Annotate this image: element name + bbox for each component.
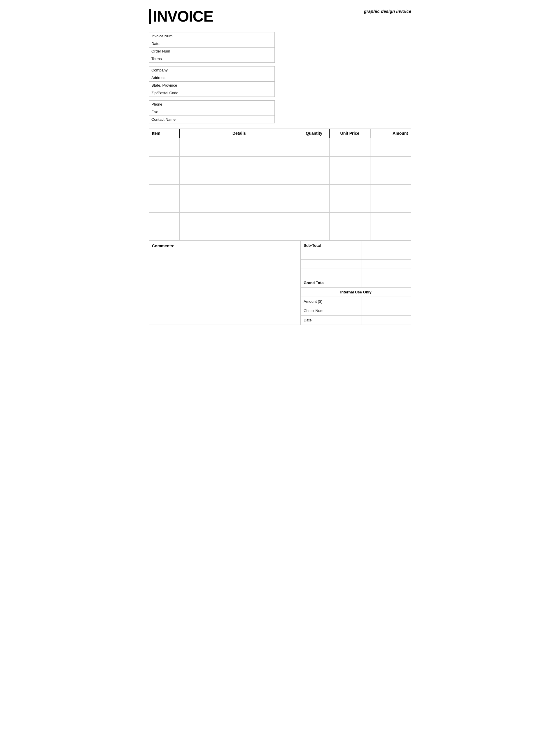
info-value[interactable]: [187, 82, 275, 89]
internal-value[interactable]: [361, 306, 411, 316]
details-cell[interactable]: [180, 222, 299, 231]
col-header-item: Item: [149, 129, 180, 138]
unit-price-cell[interactable]: [329, 222, 370, 231]
details-cell[interactable]: [180, 213, 299, 222]
details-cell[interactable]: [180, 203, 299, 213]
info-value[interactable]: [187, 108, 275, 116]
subtotal-value[interactable]: [361, 241, 411, 250]
comments-area[interactable]: Comments:: [149, 241, 300, 325]
item-cell[interactable]: [149, 157, 180, 166]
item-cell[interactable]: [149, 203, 180, 213]
amount-cell[interactable]: [370, 175, 411, 184]
extra-value[interactable]: [361, 269, 411, 278]
extra-label[interactable]: [301, 250, 361, 260]
details-cell[interactable]: [180, 175, 299, 184]
info-row: Address: [149, 74, 275, 82]
item-cell[interactable]: [149, 166, 180, 175]
unit-price-cell[interactable]: [329, 231, 370, 241]
amount-cell[interactable]: [370, 166, 411, 175]
qty-cell[interactable]: [299, 194, 329, 203]
item-cell[interactable]: [149, 213, 180, 222]
qty-cell[interactable]: [299, 147, 329, 157]
col-header-unit-price: Unit Price: [329, 129, 370, 138]
amount-cell[interactable]: [370, 222, 411, 231]
amount-cell[interactable]: [370, 138, 411, 147]
header-top: INVOICE graphic design invoice: [149, 9, 411, 29]
unit-price-cell[interactable]: [329, 166, 370, 175]
info-value[interactable]: [187, 89, 275, 97]
item-cell[interactable]: [149, 147, 180, 157]
table-row: [149, 184, 411, 194]
table-row: [149, 213, 411, 222]
bottom-section: Comments: Sub-TotalGrand TotalInternal U…: [149, 241, 411, 325]
qty-cell[interactable]: [299, 175, 329, 184]
details-cell[interactable]: [180, 231, 299, 241]
info-value[interactable]: [187, 48, 275, 55]
unit-price-cell[interactable]: [329, 194, 370, 203]
extra-value[interactable]: [361, 260, 411, 269]
internal-value[interactable]: [361, 316, 411, 325]
info-value[interactable]: [187, 55, 275, 63]
unit-price-cell[interactable]: [329, 213, 370, 222]
amount-cell[interactable]: [370, 231, 411, 241]
totals-extra-row: [301, 250, 411, 260]
details-cell[interactable]: [180, 157, 299, 166]
item-cell[interactable]: [149, 138, 180, 147]
info-row: Contact Name: [149, 116, 275, 123]
qty-cell[interactable]: [299, 138, 329, 147]
info-value[interactable]: [187, 116, 275, 123]
amount-cell[interactable]: [370, 147, 411, 157]
table-row: [149, 194, 411, 203]
totals-extra-row: [301, 269, 411, 278]
details-cell[interactable]: [180, 147, 299, 157]
details-cell[interactable]: [180, 138, 299, 147]
info-label: Order Num: [149, 48, 187, 55]
unit-price-cell[interactable]: [329, 138, 370, 147]
details-cell[interactable]: [180, 166, 299, 175]
info-label: Company: [149, 66, 187, 74]
page-wrapper: INVOICE graphic design invoice Invoice N…: [149, 9, 411, 325]
qty-cell[interactable]: [299, 231, 329, 241]
amount-cell[interactable]: [370, 213, 411, 222]
extra-value[interactable]: [361, 250, 411, 260]
items-section: Item Details Quantity Unit Price Amount: [149, 128, 411, 241]
unit-price-cell[interactable]: [329, 203, 370, 213]
amount-cell[interactable]: [370, 203, 411, 213]
amount-cell[interactable]: [370, 157, 411, 166]
qty-cell[interactable]: [299, 222, 329, 231]
info-value[interactable]: [187, 66, 275, 74]
comments-label: Comments:: [152, 244, 174, 248]
info-value[interactable]: [187, 101, 275, 108]
amount-cell[interactable]: [370, 184, 411, 194]
info-row: Date:: [149, 40, 275, 48]
unit-price-cell[interactable]: [329, 184, 370, 194]
info-row: Zip/Postal Code: [149, 89, 275, 97]
qty-cell[interactable]: [299, 213, 329, 222]
details-cell[interactable]: [180, 184, 299, 194]
items-table: Item Details Quantity Unit Price Amount: [149, 128, 411, 241]
qty-cell[interactable]: [299, 157, 329, 166]
qty-cell[interactable]: [299, 203, 329, 213]
item-cell[interactable]: [149, 184, 180, 194]
item-cell[interactable]: [149, 222, 180, 231]
info-label: Invoice Num: [149, 33, 187, 40]
info-label: Address: [149, 74, 187, 82]
item-cell[interactable]: [149, 194, 180, 203]
qty-cell[interactable]: [299, 166, 329, 175]
qty-cell[interactable]: [299, 184, 329, 194]
info-value[interactable]: [187, 33, 275, 40]
internal-row: Check Num: [301, 306, 411, 316]
unit-price-cell[interactable]: [329, 147, 370, 157]
details-cell[interactable]: [180, 194, 299, 203]
info-value[interactable]: [187, 40, 275, 48]
extra-label[interactable]: [301, 269, 361, 278]
grand-total-value[interactable]: [361, 278, 411, 287]
unit-price-cell[interactable]: [329, 175, 370, 184]
internal-value[interactable]: [361, 297, 411, 306]
info-value[interactable]: [187, 74, 275, 82]
unit-price-cell[interactable]: [329, 157, 370, 166]
extra-label[interactable]: [301, 260, 361, 269]
amount-cell[interactable]: [370, 194, 411, 203]
item-cell[interactable]: [149, 175, 180, 184]
item-cell[interactable]: [149, 231, 180, 241]
